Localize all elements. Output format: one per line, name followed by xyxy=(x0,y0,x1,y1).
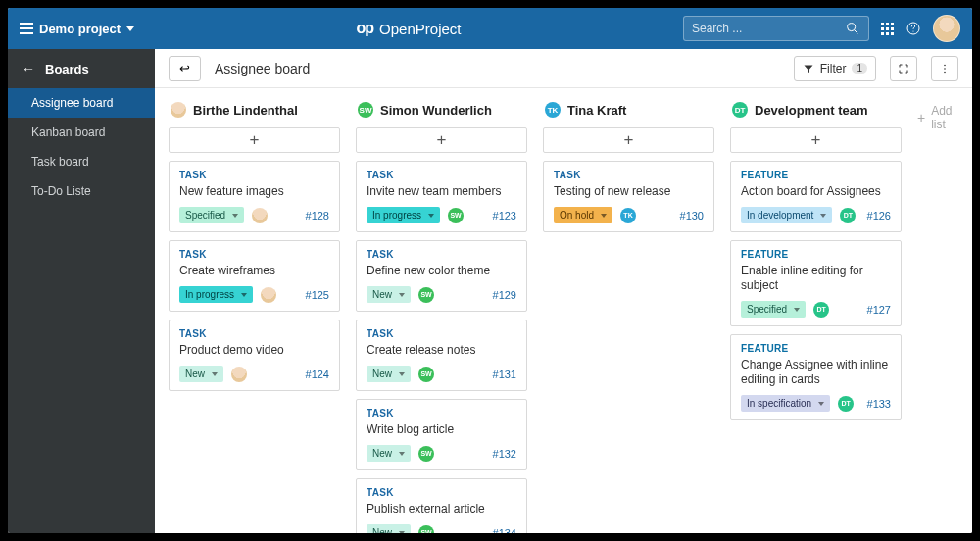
card-title: Action board for Assignees xyxy=(741,184,891,199)
card-id[interactable]: #132 xyxy=(493,448,516,460)
card-id[interactable]: #134 xyxy=(493,527,516,534)
help-icon[interactable] xyxy=(906,21,921,36)
card-id[interactable]: #130 xyxy=(680,210,704,221)
svg-point-6 xyxy=(944,71,946,73)
board-column: TKTina Kraft+TASKTesting of new releaseO… xyxy=(543,102,714,232)
status-chip[interactable]: Specified xyxy=(179,207,244,223)
assignee-avatar[interactable]: SW xyxy=(448,208,464,223)
assignee-avatar[interactable] xyxy=(231,367,247,382)
status-chip[interactable]: In specification xyxy=(741,395,830,412)
card-footer: In developmentDT#126 xyxy=(741,207,891,223)
assignee-avatar[interactable]: SW xyxy=(418,367,434,382)
assignee-avatar[interactable]: SW xyxy=(418,525,434,534)
card-id[interactable]: #131 xyxy=(493,369,516,380)
work-package-card[interactable]: TASKCreate wireframesIn progress#125 xyxy=(169,240,340,312)
column-title: Simon Wunderlich xyxy=(380,103,492,118)
board-back-button[interactable]: ↩ xyxy=(169,56,201,81)
status-chip[interactable]: New xyxy=(367,366,411,382)
assignee-avatar[interactable]: TK xyxy=(620,208,636,223)
add-card-button[interactable]: + xyxy=(730,127,902,153)
status-chip[interactable]: New xyxy=(367,286,411,303)
user-avatar[interactable] xyxy=(933,15,960,42)
back-arrow-icon: ← xyxy=(22,61,35,76)
column-title: Development team xyxy=(755,103,868,118)
work-package-card[interactable]: TASKCreate release notesNewSW#131 xyxy=(356,320,527,391)
card-type: TASK xyxy=(179,328,329,339)
assignee-avatar[interactable]: DT xyxy=(813,302,829,318)
chevron-down-icon xyxy=(232,214,238,218)
assignee-avatar[interactable]: SW xyxy=(418,446,434,462)
status-chip[interactable]: New xyxy=(367,445,411,462)
column-header[interactable]: TKTina Kraft xyxy=(543,102,714,120)
card-title: Create release notes xyxy=(367,343,516,358)
status-chip[interactable]: Specified xyxy=(741,301,806,318)
sidebar-heading[interactable]: ← Boards xyxy=(8,49,155,88)
fullscreen-button[interactable] xyxy=(890,56,917,81)
filter-label: Filter xyxy=(820,62,847,75)
status-chip[interactable]: In progress xyxy=(367,207,440,223)
sidebar-item[interactable]: To-Do Liste xyxy=(8,176,155,206)
work-package-card[interactable]: TASKPublish external articleNewSW#134 xyxy=(356,478,527,533)
card-title: Publish external article xyxy=(367,502,516,516)
status-chip[interactable]: In development xyxy=(741,207,832,223)
work-package-card[interactable]: TASKWrite blog articleNewSW#132 xyxy=(356,399,527,470)
status-chip[interactable]: On hold xyxy=(554,207,612,223)
status-label: New xyxy=(372,527,392,533)
column-header[interactable]: SWSimon Wunderlich xyxy=(356,102,527,120)
work-package-card[interactable]: TASKNew feature imagesSpecified#128 xyxy=(169,161,340,232)
status-chip[interactable]: In progress xyxy=(179,286,253,303)
apps-icon[interactable] xyxy=(881,23,894,35)
column-header[interactable]: Birthe Lindenthal xyxy=(169,102,340,120)
search-input[interactable] xyxy=(683,16,869,41)
work-package-card[interactable]: TASKProduct demo videoNew#124 xyxy=(169,320,340,391)
assignee-avatar: DT xyxy=(732,102,748,118)
card-footer: SpecifiedDT#127 xyxy=(741,301,891,318)
work-package-card[interactable]: TASKDefine new color themeNewSW#129 xyxy=(356,240,527,312)
assignee-avatar[interactable]: DT xyxy=(838,396,854,412)
assignee-avatar[interactable] xyxy=(252,208,268,223)
search-field[interactable] xyxy=(692,22,845,35)
work-package-card[interactable]: FEATUREAction board for AssigneesIn deve… xyxy=(730,161,902,232)
svg-point-3 xyxy=(912,30,913,31)
filter-count-badge: 1 xyxy=(852,63,867,74)
add-list-label: Add list xyxy=(931,104,958,131)
sidebar-item[interactable]: Kanban board xyxy=(8,118,155,147)
logo[interactable]: op OpenProject xyxy=(146,20,671,37)
chevron-down-icon xyxy=(399,293,405,297)
card-id[interactable]: #128 xyxy=(306,210,329,221)
board-column: Birthe Lindenthal+TASKNew feature images… xyxy=(169,102,340,391)
filter-button[interactable]: Filter 1 xyxy=(794,56,876,81)
work-package-card[interactable]: TASKInvite new team membersIn progressSW… xyxy=(356,161,527,232)
card-id[interactable]: #133 xyxy=(867,398,891,410)
assignee-avatar[interactable]: DT xyxy=(840,208,856,223)
status-chip[interactable]: New xyxy=(179,366,223,382)
work-package-card[interactable]: FEATUREChange Assignee with inline editi… xyxy=(730,334,902,420)
add-card-button[interactable]: + xyxy=(169,127,340,153)
card-id[interactable]: #123 xyxy=(493,210,516,221)
add-card-button[interactable]: + xyxy=(543,127,714,153)
status-chip[interactable]: New xyxy=(367,524,411,533)
card-id[interactable]: #126 xyxy=(867,210,891,221)
board-column: DTDevelopment team+FEATUREAction board f… xyxy=(730,102,902,420)
add-card-button[interactable]: + xyxy=(356,127,527,153)
assignee-avatar[interactable]: SW xyxy=(418,287,434,303)
chevron-down-icon xyxy=(241,293,247,297)
sidebar-item[interactable]: Task board xyxy=(8,147,155,176)
sidebar-item[interactable]: Assignee board xyxy=(8,88,155,118)
card-id[interactable]: #124 xyxy=(306,369,329,380)
card-id[interactable]: #129 xyxy=(493,289,516,301)
card-footer: New#124 xyxy=(179,366,329,382)
work-package-card[interactable]: TASKTesting of new releaseOn holdTK#130 xyxy=(543,161,714,232)
card-id[interactable]: #127 xyxy=(867,304,891,316)
logo-text: OpenProject xyxy=(379,21,461,37)
assignee-avatar[interactable] xyxy=(261,287,276,303)
card-footer: In progress#125 xyxy=(179,286,329,303)
work-package-card[interactable]: FEATUREEnable inline editing for subject… xyxy=(730,240,902,326)
svg-point-5 xyxy=(944,68,946,70)
add-list-button[interactable]: +Add list xyxy=(917,102,958,131)
card-id[interactable]: #125 xyxy=(306,289,329,301)
project-selector[interactable]: Demo project xyxy=(20,22,134,36)
more-button[interactable] xyxy=(931,56,958,81)
card-type: TASK xyxy=(367,408,516,418)
column-header[interactable]: DTDevelopment team xyxy=(730,102,902,120)
